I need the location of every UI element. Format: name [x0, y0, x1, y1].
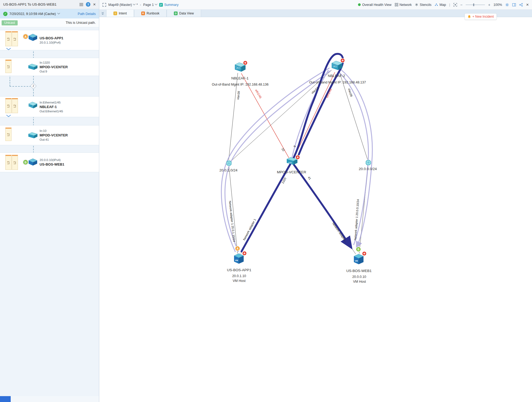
hop-in-port: In:Ethernet1/45: [40, 101, 99, 104]
collapse-tabs-icon[interactable]: [99, 10, 106, 17]
stencils-icon: [415, 3, 418, 6]
edge-label-port10[interactable]: 10: [281, 147, 285, 152]
layer-badge-l2[interactable]: L2: [5, 60, 12, 73]
zoom-out-button[interactable]: −: [460, 3, 462, 7]
path-hop-nbleaf-1[interactable]: L3 L2 In:Ethernet1/45 NBLEAF-1 Out:Ether…: [0, 96, 99, 117]
edge-label-vlan39[interactable]: vlan39: [236, 91, 240, 100]
path-hop-us-bos-web1[interactable]: L3 L2 B 20.0.0.10(IPv4) US-BOS-WEB1: [0, 152, 99, 172]
map-node-us-bos-web1[interactable]: VM B US-BOS-WEB1 20.0.0.10 VM Host: [346, 247, 372, 284]
map-button[interactable]: Map: [435, 3, 446, 7]
layer-badge-l3[interactable]: L3: [5, 31, 12, 46]
endpoint-a-badge: A: [23, 34, 28, 39]
fit-to-screen-icon[interactable]: [453, 3, 457, 7]
map-workspace: Map49 (Master) * › Page 1 Summary Overal…: [99, 0, 532, 402]
node-label: NBLEAF-2: [328, 74, 345, 78]
layer-badge-l3[interactable]: L3: [5, 98, 12, 113]
chevron-down-icon[interactable]: [57, 12, 60, 14]
path-hop-mpod-vcenter-1[interactable]: L2 In:1320 MPOD-VCENTER Out:9: [0, 58, 99, 76]
help-icon[interactable]: ?: [86, 2, 90, 7]
edge-label-port9[interactable]: 9: [293, 145, 296, 148]
alert-plus-icon[interactable]: [242, 251, 247, 255]
zoom-level[interactable]: 100%: [493, 3, 502, 7]
tab-runbook[interactable]: R Runbook: [134, 10, 167, 17]
svg-text:VDS: VDS: [288, 162, 292, 164]
svg-text:VM: VM: [355, 260, 358, 262]
alert-plus-icon[interactable]: [243, 61, 247, 65]
cast-row: Unicast This is Unicast path.: [0, 18, 99, 27]
path-junction-badge[interactable]: 2: [30, 83, 36, 89]
edge-label-eth145-leaf1[interactable]: eth1/45: [255, 89, 262, 99]
path-connector-elbow-h: [10, 86, 31, 87]
svg-text:ACI: ACI: [333, 65, 336, 67]
aci-leaf-icon: [28, 101, 38, 109]
minimized-panel-tab[interactable]: [0, 396, 11, 402]
chevron-down-icon: [133, 3, 136, 5]
hop-device-name: US-BOS-WEB1: [40, 162, 99, 166]
network-button[interactable]: Network: [395, 3, 412, 7]
network-globe-icon: [226, 160, 232, 166]
share-icon[interactable]: [519, 3, 523, 7]
path-details-link[interactable]: Path Details: [78, 12, 96, 16]
expand-hop-chevron-icon[interactable]: [6, 115, 11, 117]
alert-plus-icon[interactable]: [340, 58, 345, 63]
tab-data-view[interactable]: D Data View: [167, 10, 201, 17]
hop-list: L3 L2 A US-BOS-APP1 20.0.1.10(IPv4) L2: [0, 27, 99, 396]
health-dot-icon: [358, 3, 361, 6]
zoom-in-button[interactable]: +: [488, 3, 490, 7]
path-timestamp[interactable]: 7/20/2022, 9:10:59 AM (Cache): [9, 12, 56, 16]
alert-plus-icon[interactable]: [362, 251, 366, 256]
vds-switch-icon: [28, 132, 38, 139]
edge-label-port41[interactable]: 41: [307, 176, 312, 180]
zoom-slider[interactable]: [466, 5, 485, 5]
path-run-bar: ✓ 7/20/2022, 9:10:59 AM (Cache) Path Det…: [0, 9, 99, 18]
hop-device-name: NBLEAF-1: [40, 105, 99, 109]
layer-badge-l2[interactable]: L2: [12, 98, 18, 113]
chevron-down-icon: [155, 3, 157, 5]
menu-icon[interactable]: [79, 3, 83, 6]
map-node-nbleaf1[interactable]: ACI NBLEAF-1 Out-of-Band Mgmt IP: 192.16…: [212, 61, 269, 86]
zoom-slider-handle[interactable]: [473, 3, 474, 6]
new-incident-button[interactable]: + New Incident: [465, 13, 497, 20]
map-name-dropdown[interactable]: Map49 (Master) *: [108, 3, 138, 7]
map-node-mpod-vcenter[interactable]: VDS MPOD-VCENTER: [277, 155, 306, 174]
svg-text:A: A: [236, 247, 238, 250]
layer-badge-l3[interactable]: L3: [5, 155, 12, 170]
hop-out-port: Out:9: [40, 70, 99, 73]
bell-icon: [468, 15, 471, 18]
node-label: US-BOS-WEB1: [346, 269, 372, 273]
fullscreen-icon[interactable]: [102, 3, 106, 7]
path-hop-mpod-vcenter-2[interactable]: L2 In:10 MPOD-VCENTER Out:41: [0, 125, 99, 145]
node-ip: 20.0.0.10: [352, 275, 366, 279]
hop-device-name: MPOD-VCENTER: [40, 65, 99, 69]
layer-badge-l2[interactable]: L2: [5, 128, 12, 141]
summary-tab[interactable]: Summary: [159, 3, 178, 7]
unicast-badge: Unicast: [2, 20, 18, 25]
data-view-icon: D: [174, 12, 178, 15]
map-node-us-bos-app1[interactable]: VM A US-BOS-APP1 20.0.1.10 VM Host: [227, 246, 251, 283]
link-nbleaf2-mpod[interactable]: [294, 72, 335, 157]
close-pane-icon[interactable]: ×: [93, 2, 96, 7]
path-hop-us-bos-app1[interactable]: L3 L2 A US-BOS-APP1 20.0.1.10(IPv4): [0, 30, 99, 50]
panel-layout-icon[interactable]: [512, 3, 516, 6]
edge-label-eth145-leaf2[interactable]: eth1/45: [325, 88, 332, 98]
unicast-note: This is Unicast path.: [66, 21, 96, 25]
edge-label-adapter-web-subnet[interactable]: Network adapter 1 20.0.0.10/24: [354, 199, 360, 240]
stencils-button[interactable]: Stencils: [415, 3, 431, 7]
settings-gear-icon[interactable]: [505, 3, 509, 7]
layer-badge-l2[interactable]: L2: [12, 155, 18, 170]
topology-canvas[interactable]: vlan39 eth1/45 vlan53 eth1/45 vlan28 10 …: [99, 17, 532, 402]
network-grid-icon: [395, 3, 398, 6]
edge-label-adapter-web[interactable]: Network adapter...: [332, 222, 348, 243]
svg-text:B: B: [357, 248, 359, 251]
tab-intent[interactable]: I Intent: [106, 10, 134, 17]
page-dropdown[interactable]: Page 1: [143, 3, 157, 7]
alert-plus-icon[interactable]: [296, 155, 300, 159]
close-map-icon[interactable]: ×: [526, 2, 529, 7]
map-modified-indicator: *: [136, 3, 138, 7]
overall-health-view-button[interactable]: Overall Health View: [358, 3, 392, 7]
expand-hop-chevron-icon[interactable]: [6, 48, 11, 50]
layer-badge-l2[interactable]: L2: [12, 31, 18, 46]
map-node-nbleaf2[interactable]: ACI NBLEAF-2 Out-of-Band Mgmt IP: 192.16…: [309, 58, 366, 84]
edge-label-adapter-app-subnet[interactable]: Network adapter 1 20.0.1.10/24: [228, 201, 236, 242]
hop-in-port: In:1320: [40, 61, 99, 64]
